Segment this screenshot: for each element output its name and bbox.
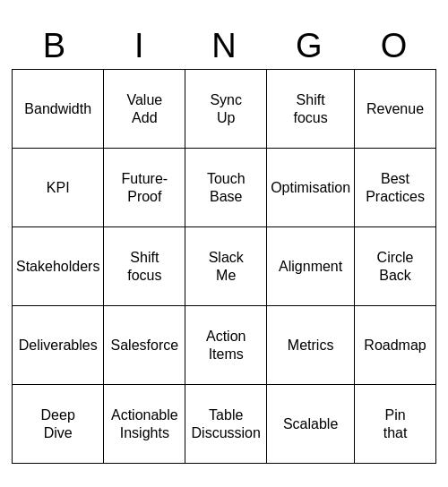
cell-label: CircleBack: [377, 249, 414, 283]
bingo-cell: SlackMe: [185, 227, 267, 306]
cell-label: Optimisation: [271, 179, 350, 196]
bingo-cell: Stakeholders: [13, 227, 104, 306]
cell-label: TouchBase: [207, 170, 246, 204]
bingo-cell: Shiftfocus: [104, 227, 185, 306]
bingo-header: BINGO: [12, 23, 436, 69]
cell-label: Roadmap: [364, 337, 426, 354]
cell-label: SyncUp: [210, 91, 242, 125]
cell-label: Deliverables: [19, 337, 98, 354]
cell-label: DeepDive: [41, 406, 75, 440]
bingo-cell: Scalable: [267, 385, 355, 464]
cell-label: Revenue: [366, 100, 424, 117]
bingo-cell: ActionableInsights: [104, 385, 185, 464]
bingo-cell: TouchBase: [185, 149, 267, 227]
bingo-cell: SyncUp: [185, 70, 267, 149]
cell-label: Shiftfocus: [294, 91, 328, 125]
bingo-cell: Optimisation: [267, 149, 355, 227]
header-letter: O: [351, 23, 436, 69]
cell-label: TableDiscussion: [192, 406, 261, 440]
bingo-cell: Metrics: [267, 306, 355, 385]
bingo-cell: Deliverables: [13, 306, 104, 385]
bingo-grid: BandwidthValueAddSyncUpShiftfocusRevenue…: [12, 69, 436, 464]
bingo-cell: CircleBack: [355, 227, 436, 306]
bingo-cell: Shiftfocus: [267, 70, 355, 149]
bingo-cell: DeepDive: [13, 385, 104, 464]
bingo-cell: Alignment: [267, 227, 355, 306]
cell-label: Scalable: [283, 415, 338, 432]
cell-label: ActionableInsights: [111, 406, 178, 440]
bingo-cell: ValueAdd: [104, 70, 185, 149]
bingo-cell: BestPractices: [355, 149, 436, 227]
header-letter: I: [97, 23, 182, 69]
bingo-cell: Future-Proof: [104, 149, 185, 227]
cell-label: KPI: [47, 179, 70, 196]
cell-label: Metrics: [288, 337, 334, 354]
bingo-cell: ActionItems: [185, 306, 267, 385]
cell-label: Alignment: [279, 258, 342, 275]
bingo-card: BINGO BandwidthValueAddSyncUpShiftfocusR…: [4, 16, 444, 471]
cell-label: BestPractices: [366, 170, 425, 204]
cell-label: ValueAdd: [126, 91, 162, 125]
header-letter: G: [266, 23, 351, 69]
bingo-cell: KPI: [13, 149, 104, 227]
cell-label: Bandwidth: [24, 100, 91, 117]
cell-label: Stakeholders: [16, 258, 99, 275]
bingo-cell: Revenue: [355, 70, 436, 149]
bingo-cell: TableDiscussion: [185, 385, 267, 464]
cell-label: ActionItems: [206, 328, 246, 362]
header-letter: N: [182, 23, 267, 69]
header-letter: B: [12, 23, 97, 69]
bingo-cell: Roadmap: [355, 306, 436, 385]
cell-label: SlackMe: [209, 249, 244, 283]
bingo-cell: Bandwidth: [13, 70, 104, 149]
cell-label: Pinthat: [383, 406, 408, 440]
cell-label: Salesforce: [111, 337, 179, 354]
bingo-cell: Pinthat: [355, 385, 436, 464]
cell-label: Shiftfocus: [127, 249, 161, 283]
bingo-cell: Salesforce: [104, 306, 185, 385]
cell-label: Future-Proof: [108, 170, 181, 204]
